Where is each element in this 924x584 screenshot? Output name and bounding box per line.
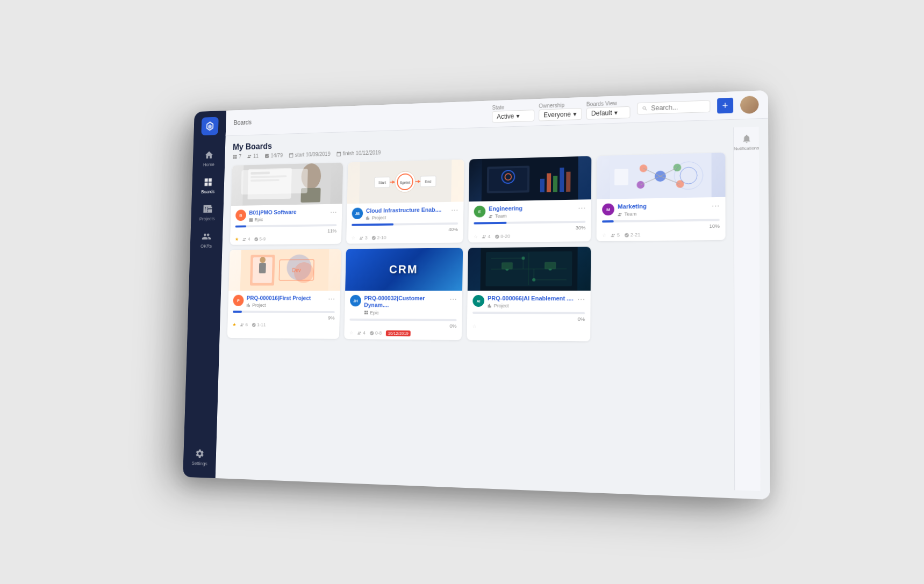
board-card-title-2: Cloud Infrastructure Enab.... <box>366 206 450 214</box>
board-card-footer-2: ☆ 3 2-10 <box>351 234 457 240</box>
board-card-header-2: JB Cloud Infrastructure Enab.... Project <box>352 206 458 221</box>
boards-start: start 10/09/2019 <box>288 151 330 158</box>
board-card-type-4: Team <box>617 210 711 217</box>
board-card-image-1 <box>231 162 342 206</box>
star-icon-5[interactable]: ★ <box>232 322 236 327</box>
member-count-5: 6 <box>240 322 248 327</box>
board-card-body-5: P PRQ-000016|First Project Project <box>227 291 340 331</box>
star-outline-2[interactable]: ☆ <box>351 235 355 241</box>
board-card-7[interactable]: AI PRQ-000066|AI Enablement .... Project <box>467 247 591 341</box>
chevron-down-icon: ▾ <box>614 109 625 117</box>
sidebar-item-settings[interactable]: Settings <box>183 443 216 472</box>
filter-group: State Active ▾ Ownership Everyone ▾ <box>492 99 630 122</box>
content-area: My Boards 7 11 14/79 <box>215 118 770 499</box>
boards-view-filter-label: Boards View <box>586 99 630 107</box>
board-card-more-3[interactable]: ⋯ <box>578 204 585 212</box>
board-card-info-3: Engineering Team <box>488 204 577 219</box>
board-card-footer-1: ★ 4 5-9 <box>234 235 336 242</box>
progress-bar-fill-2 <box>352 223 393 226</box>
board-card-footer-7: ☆ <box>472 323 584 330</box>
chevron-down-icon: ▾ <box>516 112 529 120</box>
board-card-3[interactable]: E Engineering Team <box>468 156 591 242</box>
svg-text:Sprint: Sprint <box>399 180 411 185</box>
board-card-avatar-6: JH <box>349 295 361 307</box>
board-card-5[interactable]: Dev P <box>227 249 341 338</box>
boards-finish: finish 10/12/2019 <box>336 149 381 156</box>
task-count-5: 1-11 <box>252 322 266 327</box>
svg-rect-50 <box>259 263 266 273</box>
task-count-6: 0-8 <box>369 330 382 335</box>
sidebar-item-boards[interactable]: Boards <box>191 171 224 199</box>
svg-text:Start: Start <box>378 181 386 184</box>
board-card-4[interactable]: M Marketing Team ⋯ <box>596 152 725 241</box>
progress-bar-bg-5 <box>233 311 335 313</box>
board-card-image-6 <box>345 248 463 291</box>
board-card-info-7: PRQ-000066|AI Enablement .... Project <box>487 295 577 309</box>
board-card-title-1: B01|PMO Software <box>249 208 330 216</box>
progress-bar-fill-5 <box>233 311 242 313</box>
board-card-more-2[interactable]: ⋯ <box>450 206 458 214</box>
app-logo[interactable] <box>201 117 218 135</box>
progress-label-3: 30% <box>474 225 585 232</box>
board-card-info-2: Cloud Infrastructure Enab.... Project <box>366 206 451 220</box>
svg-rect-6 <box>300 188 320 202</box>
board-card-more-5[interactable]: ⋯ <box>328 295 335 304</box>
task-count-2: 2-10 <box>371 235 386 240</box>
star-outline-7[interactable]: ☆ <box>472 323 476 329</box>
svg-rect-1 <box>247 168 291 199</box>
board-card-header-4: M Marketing Team ⋯ <box>602 201 720 217</box>
board-card-footer-4: ☆ 5 2-21 <box>601 231 719 238</box>
ownership-filter-label: Ownership <box>539 102 582 109</box>
star-icon-1[interactable]: ★ <box>234 236 238 242</box>
board-card-more-7[interactable]: ⋯ <box>577 295 584 304</box>
board-card-more-1[interactable]: ⋯ <box>330 208 336 217</box>
board-card-header-7: AI PRQ-000066|AI Enablement .... Project <box>472 295 585 309</box>
board-card-image-3 <box>469 156 591 201</box>
due-date-badge-6: 10/12/2019 <box>385 330 410 336</box>
star-outline-6[interactable]: ☆ <box>349 330 353 335</box>
search-input[interactable] <box>651 102 705 112</box>
add-board-button[interactable]: + <box>717 97 733 113</box>
board-card-title-6: PRQ-000032|Customer Dynam.... <box>364 295 449 309</box>
board-card-more-4[interactable]: ⋯ <box>711 201 719 211</box>
board-card-avatar-7: AI <box>472 295 484 307</box>
member-count-3: 4 <box>482 234 490 239</box>
search-box[interactable] <box>636 100 710 114</box>
boards-area: My Boards 7 11 14/79 <box>223 127 726 489</box>
boards-view-filter-select[interactable]: Default ▾ <box>586 106 630 119</box>
board-card-more-6[interactable]: ⋯ <box>449 295 457 304</box>
profile-avatar[interactable] <box>740 95 758 113</box>
board-card-body-1: B B01|PMO Software Epic <box>230 204 342 245</box>
star-outline-4[interactable]: ☆ <box>601 232 606 237</box>
sidebar-item-projects[interactable]: Projects <box>191 199 224 227</box>
progress-label-1: 11% <box>235 228 336 235</box>
sidebar-item-okrs[interactable]: OKRs <box>190 226 223 254</box>
boards-members: 11 <box>247 153 259 159</box>
board-card-footer-6: ☆ 4 0-8 10/12/2019 <box>349 329 456 336</box>
boards-view-filter-wrapper: Boards View Default ▾ <box>586 99 630 119</box>
board-card-title-3: Engineering <box>489 204 578 212</box>
progress-bar-bg-1 <box>235 224 336 227</box>
state-filter-select[interactable]: Active ▾ <box>492 110 534 122</box>
board-card-2[interactable]: Sprint Start End <box>346 159 464 243</box>
state-filter-wrapper: State Active ▾ <box>492 103 534 122</box>
chevron-down-icon: ▾ <box>573 110 577 118</box>
svg-rect-28 <box>566 171 570 191</box>
notifications-icon[interactable]: Notifications <box>733 133 758 151</box>
progress-label-7: 0% <box>472 316 584 322</box>
star-outline-3[interactable]: ☆ <box>473 234 477 239</box>
breadcrumb: Boards <box>233 118 252 126</box>
ownership-filter-select[interactable]: Everyone ▾ <box>539 107 582 121</box>
board-card-type-6: Epic <box>363 309 449 315</box>
board-card-footer-5: ★ 6 1-11 <box>232 322 334 328</box>
board-card-1[interactable]: B B01|PMO Software Epic <box>230 162 342 244</box>
board-card-body-2: JB Cloud Infrastructure Enab.... Project <box>346 201 463 243</box>
board-card-type-5: Project <box>246 302 328 308</box>
board-card-image-4 <box>597 152 725 199</box>
notifications-panel: Notifications <box>733 126 760 491</box>
progress-bar-bg-3 <box>474 220 585 224</box>
board-card-type-2: Project <box>366 214 450 220</box>
sidebar-item-home[interactable]: Home <box>192 145 225 172</box>
board-card-header-1: B B01|PMO Software Epic <box>235 208 336 222</box>
board-card-6[interactable]: JH PRQ-000032|Customer Dynam.... Epic <box>344 248 463 340</box>
